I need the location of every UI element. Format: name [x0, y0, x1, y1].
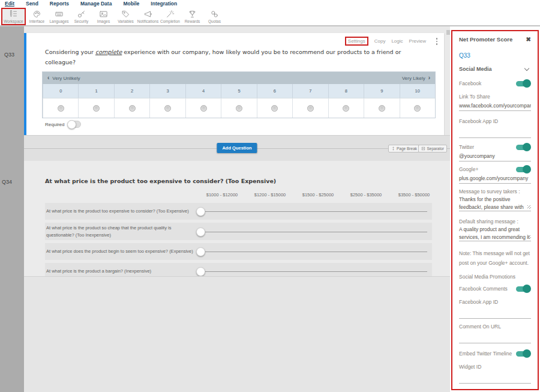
twitter-toggle[interactable]: [516, 145, 530, 150]
radio-button-icon[interactable]: [93, 105, 100, 112]
scale-radio-cell[interactable]: [149, 98, 185, 118]
question-text[interactable]: Considering your complete experience wit…: [45, 47, 412, 67]
widget-id-label: Widget ID: [459, 364, 531, 370]
google-plus-toggle[interactable]: [516, 167, 530, 172]
logic-button[interactable]: Logic: [391, 38, 403, 44]
radio-button-icon[interactable]: [164, 105, 171, 112]
scale-radio-cell[interactable]: [400, 98, 435, 118]
required-row: Required: [45, 121, 81, 128]
menu-item[interactable]: Mobile: [123, 0, 139, 8]
radio-button-icon[interactable]: [200, 105, 207, 112]
slider-track[interactable]: [201, 271, 427, 272]
scale-radio-cell[interactable]: [221, 98, 256, 118]
radio-button-icon[interactable]: [58, 105, 64, 112]
slider-handle-icon[interactable]: [196, 247, 205, 256]
scale-number: 7: [292, 84, 328, 98]
required-label: Required: [45, 122, 64, 127]
question-card-q33[interactable]: Settings Copy Logic Preview Considering …: [24, 33, 444, 135]
twitter-handle-input[interactable]: [459, 152, 531, 161]
slider-track[interactable]: [201, 211, 427, 212]
menu-item[interactable]: Send: [26, 0, 38, 8]
price-slider[interactable]: [195, 267, 432, 276]
google-plus-label: Google+: [459, 166, 478, 172]
scale-radio-cell[interactable]: [185, 98, 221, 118]
copy-button[interactable]: Copy: [374, 38, 386, 44]
slider-handle-icon[interactable]: [196, 207, 205, 216]
chevron-left-icon[interactable]: ‹: [47, 73, 49, 83]
google-url-input[interactable]: [459, 175, 531, 184]
slider-handle-icon[interactable]: [196, 267, 205, 276]
widget-id-input[interactable]: [459, 375, 531, 384]
twitter-row: Twitter: [459, 144, 531, 150]
toolbar-item[interactable]: Rewards: [181, 8, 203, 25]
radio-button-icon[interactable]: [271, 105, 278, 112]
facebook-url-input[interactable]: [459, 102, 531, 111]
key-icon: [77, 10, 86, 19]
megaphone-icon: [143, 10, 152, 19]
facebook-comments-toggle[interactable]: [516, 286, 530, 292]
scale-radio-cell[interactable]: [364, 98, 399, 118]
add-question-button[interactable]: Add Question: [217, 143, 257, 153]
radio-button-icon[interactable]: [129, 105, 136, 112]
q34-title[interactable]: At what price is the product too expensi…: [45, 178, 276, 184]
facebook-app-id-input[interactable]: [459, 129, 531, 138]
radio-button-icon[interactable]: [343, 105, 349, 112]
toolbar-item[interactable]: Interface: [26, 8, 48, 25]
toolbar-item[interactable]: Variables: [115, 8, 137, 25]
slider-handle-icon[interactable]: [196, 228, 205, 237]
scale-radio-cell[interactable]: [328, 98, 364, 118]
toolbar-item-label: Workspace: [4, 19, 23, 23]
price-slider[interactable]: [195, 247, 432, 256]
close-icon[interactable]: ✖: [526, 37, 531, 43]
question-text-emphasis: complete: [95, 49, 122, 55]
scale-radio-cell[interactable]: [257, 98, 292, 118]
separator-button[interactable]: Separator: [418, 145, 447, 152]
menu-item[interactable]: Manage Data: [80, 0, 112, 8]
menu-item[interactable]: Reports: [50, 0, 69, 8]
nps-scale-numbers: 012345678910: [43, 84, 435, 98]
embed-twitter-timeline-row: Embed Twitter Timeline: [459, 351, 531, 357]
radio-button-icon[interactable]: [414, 105, 421, 112]
chevron-right-icon[interactable]: ›: [428, 73, 430, 83]
toolbar-item[interactable]: Security: [70, 8, 92, 25]
radio-button-icon[interactable]: [307, 105, 314, 112]
toolbar-item[interactable]: Languages: [48, 8, 70, 25]
panel-question-id[interactable]: Q33: [459, 52, 531, 59]
scale-radio-cell[interactable]: [78, 98, 113, 118]
toolbar-item[interactable]: Workspace: [1, 8, 26, 25]
toolbar-item[interactable]: Notifications: [137, 8, 159, 25]
resize-handle-icon[interactable]: [527, 235, 531, 239]
section-social-media[interactable]: Social Media: [459, 66, 531, 72]
add-question-strip: Add Question Page Break Separator: [24, 135, 450, 161]
question-card-q34[interactable]: At what price is the product too expensi…: [24, 161, 450, 276]
toolbar-item-label: Rewards: [185, 19, 200, 23]
toolbar: Workspace Interface Languages Security I…: [0, 8, 540, 26]
toolbar-item[interactable]: Images: [92, 8, 115, 25]
slider-track[interactable]: [201, 252, 427, 252]
toolbar-item[interactable]: Completion: [159, 8, 181, 25]
price-slider[interactable]: [195, 207, 432, 216]
price-slider[interactable]: [195, 227, 432, 237]
required-toggle[interactable]: [68, 121, 81, 128]
scale-radio-cell[interactable]: [43, 98, 78, 118]
scale-radio-cell[interactable]: [114, 98, 149, 118]
comment-on-url-input[interactable]: [459, 334, 531, 343]
facebook-app-id-2-input[interactable]: [459, 310, 531, 319]
toolbar-item[interactable]: Quotas: [203, 8, 226, 25]
preview-button[interactable]: Preview: [409, 38, 426, 44]
default-sharing-textarea[interactable]: A quality product and great services, I …: [459, 226, 531, 241]
page-break-button[interactable]: Page Break: [388, 145, 420, 152]
slider-track[interactable]: [201, 232, 427, 232]
radio-button-icon[interactable]: [236, 105, 242, 112]
settings-button[interactable]: Settings: [345, 37, 368, 46]
scale-radio-cell[interactable]: [292, 98, 328, 118]
menu-item[interactable]: Edit: [5, 0, 14, 8]
facebook-toggle[interactable]: [516, 81, 530, 86]
resize-handle-icon[interactable]: [527, 205, 531, 209]
radio-button-icon[interactable]: [379, 105, 385, 112]
message-textarea[interactable]: Thanks for the positive feedback!, pleas…: [459, 196, 531, 211]
chevron-down-icon[interactable]: [524, 65, 529, 70]
menu-item[interactable]: Integration: [151, 0, 177, 8]
more-options-icon[interactable]: [436, 38, 438, 45]
embed-twitter-toggle[interactable]: [516, 351, 530, 357]
